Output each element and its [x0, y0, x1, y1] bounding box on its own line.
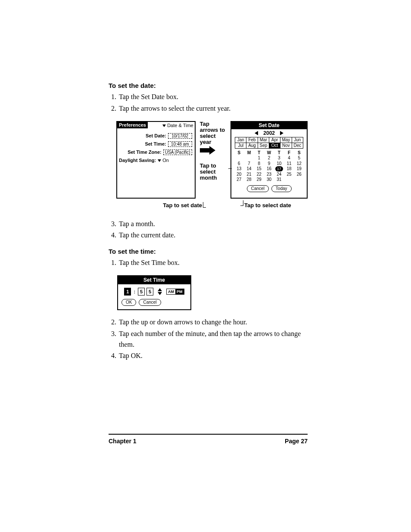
- day-cell: [234, 156, 244, 161]
- dow-header: S: [234, 150, 244, 156]
- step: Tap the up or down arrows to change the …: [118, 317, 308, 328]
- day-cell[interactable]: 31: [274, 177, 284, 183]
- steps-time-1: Tap the Set Time box.: [109, 258, 308, 268]
- prefs-title: Preferences: [117, 122, 148, 128]
- day-cell[interactable]: 1: [254, 156, 264, 161]
- am-option[interactable]: AM: [167, 289, 175, 294]
- day-cell[interactable]: 4: [284, 156, 294, 161]
- month-cell[interactable]: Jun: [292, 137, 303, 143]
- set-date-box[interactable]: 10/17/02: [168, 133, 192, 139]
- day-cell[interactable]: 18: [284, 166, 294, 172]
- label-set-tz: Set Time Zone:: [119, 149, 163, 155]
- month-cell[interactable]: Dec: [292, 143, 303, 148]
- month-cell[interactable]: Mar: [258, 137, 269, 143]
- down-arrow-icon[interactable]: [158, 292, 162, 295]
- day-cell[interactable]: 2: [264, 156, 274, 161]
- ampm-toggle[interactable]: AM PM: [166, 289, 184, 295]
- dow-header: T: [254, 150, 264, 156]
- heading-set-time: To set the time:: [109, 248, 308, 255]
- minute-tens-field[interactable]: 5: [138, 288, 145, 296]
- day-cell[interactable]: 28: [244, 177, 254, 183]
- ann-tap-arrows: Tap arrows to select year: [200, 121, 227, 146]
- cancel-button[interactable]: Cancel: [247, 185, 269, 192]
- month-cell[interactable]: Jul: [235, 143, 246, 148]
- day-cell[interactable]: 15: [254, 166, 264, 172]
- month-cell[interactable]: Nov: [280, 143, 292, 148]
- year-prev-icon[interactable]: [255, 131, 258, 135]
- step: Tap the Set Time box.: [118, 258, 308, 268]
- dropdown-icon: [158, 159, 161, 162]
- setdate-title: Set Date: [231, 122, 307, 129]
- day-cell[interactable]: 24: [274, 172, 284, 177]
- month-cell[interactable]: Apr: [269, 137, 280, 143]
- dropdown-icon: [162, 124, 166, 127]
- month-cell[interactable]: Jan: [235, 137, 246, 143]
- day-cell[interactable]: 13: [234, 166, 244, 172]
- hour-field[interactable]: 1: [124, 288, 131, 296]
- day-cell[interactable]: 5: [294, 156, 304, 161]
- prefs-menu[interactable]: Date & Time: [148, 123, 195, 128]
- step: Tap the Set Date box.: [118, 92, 308, 103]
- dow-header: M: [244, 150, 254, 156]
- month-cell[interactable]: Feb: [246, 137, 258, 143]
- day-cell[interactable]: 16: [264, 166, 274, 172]
- month-cell[interactable]: Oct: [269, 143, 280, 148]
- label-daylight: Daylight Saving:: [119, 158, 158, 163]
- day-cell[interactable]: 10: [274, 161, 284, 167]
- footer-page: Page 27: [285, 438, 308, 445]
- settime-title: Set Time: [118, 276, 190, 284]
- setdate-panel: Set Date 2002 JanFebMarAprMayJun JulAugS…: [230, 121, 308, 199]
- set-tz-box[interactable]: USA (Pacific): [163, 149, 192, 155]
- day-cell[interactable]: 20: [234, 172, 244, 177]
- dow-header: F: [284, 150, 294, 156]
- day-cell[interactable]: 9: [264, 161, 274, 167]
- day-cell[interactable]: 26: [294, 172, 304, 177]
- month-cell[interactable]: Aug: [246, 143, 258, 148]
- steps-date-1: Tap the Set Date box. Tap the arrows to …: [109, 92, 308, 114]
- day-cell[interactable]: 17: [274, 166, 284, 172]
- pm-option[interactable]: PM: [175, 289, 184, 294]
- day-cell[interactable]: 29: [254, 177, 264, 183]
- up-arrow-icon[interactable]: [158, 288, 162, 291]
- day-cell[interactable]: 8: [254, 161, 264, 167]
- label-set-time: Set Time:: [119, 141, 168, 146]
- month-cell[interactable]: Sep: [258, 143, 269, 148]
- day-cell[interactable]: 11: [284, 161, 294, 167]
- day-cell[interactable]: 25: [284, 172, 294, 177]
- year-value: 2002: [263, 130, 275, 136]
- footer-rule: [109, 434, 308, 435]
- dow-header: S: [294, 150, 304, 156]
- day-cell[interactable]: 12: [294, 161, 304, 167]
- today-button[interactable]: Today: [271, 185, 292, 192]
- day-cell[interactable]: 19: [294, 166, 304, 172]
- step: Tap the current date.: [118, 230, 308, 241]
- minute-ones-field[interactable]: 5: [146, 288, 153, 296]
- colon: :: [133, 289, 136, 294]
- step: Tap a month.: [118, 219, 308, 230]
- bracket-icon: [240, 200, 243, 206]
- day-cell[interactable]: 21: [244, 172, 254, 177]
- steps-date-2: Tap a month. Tap the current date.: [109, 219, 308, 241]
- day-cell: [244, 156, 254, 161]
- day-cell[interactable]: 22: [254, 172, 264, 177]
- year-selector: 2002: [231, 129, 307, 137]
- day-cell[interactable]: 14: [244, 166, 254, 172]
- day-cell[interactable]: 6: [234, 161, 244, 167]
- ok-button[interactable]: OK: [121, 299, 136, 306]
- year-next-icon[interactable]: [280, 131, 283, 135]
- day-cell[interactable]: 23: [264, 172, 274, 177]
- day-cell[interactable]: 27: [234, 177, 244, 183]
- day-cell[interactable]: 3: [274, 156, 284, 161]
- daylight-value: On: [162, 158, 169, 163]
- heading-set-date: To set the date:: [109, 82, 308, 89]
- cancel-button[interactable]: Cancel: [139, 299, 161, 306]
- day-cell[interactable]: 30: [264, 177, 274, 183]
- bracket-icon: [203, 202, 206, 208]
- day-cell[interactable]: 7: [244, 161, 254, 167]
- step: Tap the arrows to select the current yea…: [118, 103, 308, 114]
- daylight-dropdown[interactable]: On: [158, 158, 169, 163]
- calendar: SMTWTFS 12345678910111213141516171819202…: [234, 150, 304, 183]
- set-time-box[interactable]: 10:48 am: [168, 141, 192, 147]
- month-cell[interactable]: May: [280, 137, 292, 143]
- ann-tap-month: Tap to select month: [200, 163, 227, 181]
